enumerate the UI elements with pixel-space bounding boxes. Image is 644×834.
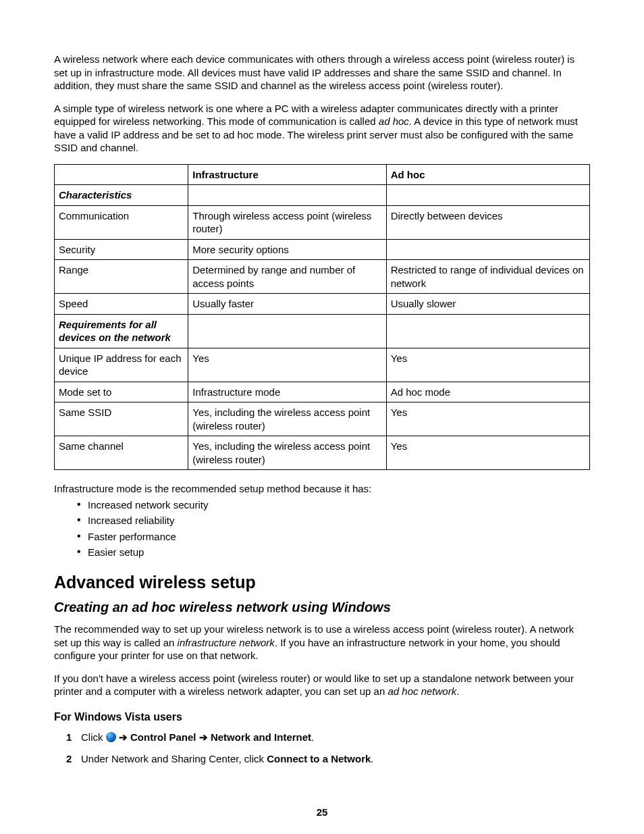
after-table-lead: Infrastructure mode is the recommended s… [54,482,590,496]
comparison-table: Infrastructure Ad hoc Characteristics Co… [54,164,590,471]
table-section-characteristics: Characteristics [55,185,590,206]
windows-start-icon [106,732,116,742]
list-item: Faster performance [77,530,590,544]
heading-windows-vista: For Windows Vista users [54,710,590,725]
table-row: CommunicationThrough wireless access poi… [55,205,590,239]
table-header-row: Infrastructure Ad hoc [55,164,590,185]
intro-paragraph-1: A wireless network where each device com… [54,53,590,93]
advanced-paragraph-1: The recommended way to set up your wirel… [54,623,590,662]
step-1: 1 Click ➔ Control Panel ➔ Network and In… [66,731,590,744]
page-number: 25 [54,806,590,819]
arrow-icon: ➔ [196,731,211,743]
heading-creating-adhoc: Creating an ad hoc wireless network usin… [54,598,590,616]
table-header-empty [55,164,188,185]
table-row: Same channelYes, including the wireless … [55,436,590,470]
heading-advanced-wireless-setup: Advanced wireless setup [54,571,590,594]
arrow-icon: ➔ [116,731,130,743]
table-row: SpeedUsually fasterUsually slower [55,294,590,315]
list-item: Increased reliability [77,514,590,527]
table-row: Mode set toInfrastructure modeAd hoc mod… [55,382,590,402]
vista-steps: 1 Click ➔ Control Panel ➔ Network and In… [54,731,590,765]
table-row: Unique IP address for each deviceYesYes [55,348,590,382]
list-item: Increased network security [77,498,590,512]
table-header-infrastructure: Infrastructure [188,164,386,185]
advanced-paragraph-2: If you don't have a wireless access poin… [54,672,590,698]
intro-paragraph-2: A simple type of wireless network is one… [54,102,590,155]
table-row: RangeDetermined by range and number of a… [55,260,590,294]
table-row: Same SSIDYes, including the wireless acc… [55,402,590,436]
list-item: Easier setup [77,546,590,559]
table-header-adhoc: Ad hoc [386,164,589,185]
step-2: 2 Under Network and Sharing Center, clic… [66,752,590,766]
benefits-list: Increased network security Increased rel… [54,498,590,559]
table-row: SecurityMore security options [55,239,590,260]
table-section-requirements: Requirements for all devices on the netw… [55,314,590,348]
